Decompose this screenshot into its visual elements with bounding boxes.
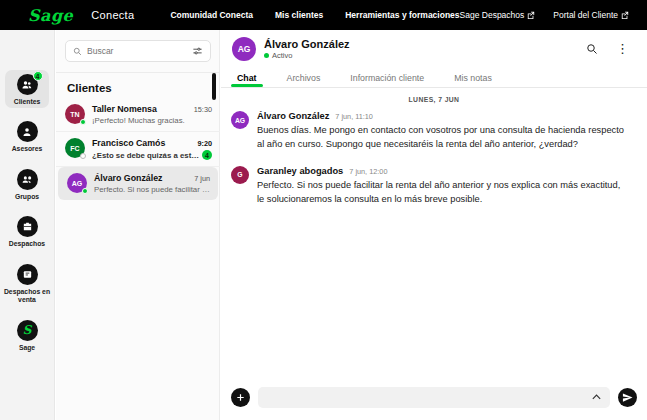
message: G Garanley abogados 7 jun, 12:00 Perfect… xyxy=(221,166,647,207)
sale-icon xyxy=(17,264,38,285)
message-avatar: AG xyxy=(231,111,249,129)
rail-item-asesores[interactable]: Asesores xyxy=(5,117,49,155)
message-author: Garanley abogados xyxy=(257,166,343,176)
conversation-preview: ¡Perfecto! Muchas gracias. xyxy=(92,116,185,125)
send-button[interactable] xyxy=(618,388,637,407)
chat-tabs: Chat Archivos Información cliente Mis no… xyxy=(221,70,647,88)
chat-header: AG Álvaro González Activo xyxy=(232,37,350,61)
conversation-alvaro-gonzalez[interactable]: AG Álvaro González 7 jun Perfecto. Si no… xyxy=(58,167,218,200)
nav-herramientas-formaciones[interactable]: Herramientas y formaciones xyxy=(345,10,459,20)
conversation-taller-nomensa[interactable]: TN Taller Nomensa 15:30 ¡Perfecto! Mucha… xyxy=(56,98,220,132)
conversation-preview: ¿Esto se debe quizás a este formula... xyxy=(92,151,202,160)
chat-title: Álvaro González xyxy=(264,38,350,50)
chat-header-actions: ⋮ xyxy=(586,42,629,55)
search-icon xyxy=(73,47,82,56)
status-dot-online xyxy=(82,188,88,194)
status-dot-online xyxy=(80,119,86,125)
conversation-time: 15:30 xyxy=(194,105,212,114)
conversation-time: 9:20 xyxy=(197,139,212,148)
message: AG Álvaro González 7 jun, 11:10 Buenos d… xyxy=(221,111,647,152)
chevron-up-icon[interactable] xyxy=(591,393,602,401)
rail-label-sage: Sage xyxy=(19,344,35,352)
top-bar: Sage Conecta Comunidad Conecta Mis clien… xyxy=(0,0,647,30)
rail-item-despachos[interactable]: Despachos xyxy=(5,212,49,250)
advisors-icon xyxy=(17,121,38,142)
groups-icon xyxy=(17,169,38,190)
online-dot xyxy=(264,53,269,58)
filter-icon[interactable] xyxy=(192,46,203,57)
message-timestamp: 7 jun, 11:10 xyxy=(335,112,373,121)
rail-label-despachos-venta: Despachos en venta xyxy=(3,288,51,305)
message-author: Álvaro González xyxy=(257,111,329,121)
sage-logo[interactable]: Sage xyxy=(28,6,73,25)
link-portal-cliente[interactable]: Portal del Cliente xyxy=(553,10,629,20)
left-rail: 4 Clientes Asesores Grupos Despachos xyxy=(0,30,55,420)
conversation-name: Álvaro González xyxy=(94,173,162,183)
office-icon xyxy=(17,216,38,237)
avatar: TN xyxy=(65,104,85,124)
avatar: FC xyxy=(65,138,85,158)
tab-archivos[interactable]: Archivos xyxy=(287,70,321,87)
conversation-name: Francisco Camós xyxy=(92,138,165,148)
conversation-time: 7 jun xyxy=(194,174,210,183)
link-sage-despachos[interactable]: Sage Despachos xyxy=(460,10,536,20)
rail-label-grupos: Grupos xyxy=(15,193,39,201)
message-timestamp: 7 jun, 12:00 xyxy=(349,167,387,176)
external-link-icon xyxy=(527,11,535,19)
rail-label-clientes: Clientes xyxy=(14,98,40,106)
conversation-preview: Perfecto. Si nos puede facilitar la re..… xyxy=(94,185,210,194)
message-input-pill[interactable] xyxy=(258,387,610,408)
divider xyxy=(56,72,220,73)
nav-comunidad-conecta[interactable]: Comunidad Conecta xyxy=(170,10,253,20)
tab-chat[interactable]: Chat xyxy=(237,70,257,87)
kebab-menu-icon[interactable]: ⋮ xyxy=(616,42,629,55)
search-box[interactable] xyxy=(65,40,211,62)
top-links: Sage Despachos Portal del Cliente X xyxy=(460,5,647,25)
avatar: AG xyxy=(67,173,87,193)
rail-label-despachos: Despachos xyxy=(9,240,45,248)
plus-icon xyxy=(235,392,246,403)
search-chat-icon[interactable] xyxy=(586,43,598,55)
rail-item-clientes[interactable]: 4 Clientes xyxy=(5,70,49,108)
nav-mis-clientes[interactable]: Mis clientes xyxy=(275,10,323,20)
rail-item-sage[interactable]: S Sage xyxy=(5,316,49,354)
message-composer xyxy=(231,386,637,408)
clients-badge: 4 xyxy=(33,71,43,81)
conversation-francisco-camos[interactable]: FC Francisco Camós 9:20 ¿Esto se debe qu… xyxy=(56,132,220,167)
product-name: Conecta xyxy=(91,9,134,21)
status-dot-offline xyxy=(80,153,86,159)
chat-status: Activo xyxy=(264,51,350,60)
rail-item-despachos-venta[interactable]: Despachos en venta xyxy=(0,260,54,307)
conversation-panel: Clientes TN Taller Nomensa 15:30 ¡Perfec… xyxy=(56,30,220,420)
message-text: Perfecto. Si nos puede facilitar la rent… xyxy=(257,179,629,207)
top-nav: Comunidad Conecta Mis clientes Herramien… xyxy=(170,10,459,20)
tab-informacion-cliente[interactable]: Información cliente xyxy=(350,70,424,87)
messages-area: LUNES, 7 JUN AG Álvaro González 7 jun, 1… xyxy=(221,92,647,221)
unread-badge: 4 xyxy=(202,150,212,160)
conversation-list: TN Taller Nomensa 15:30 ¡Perfecto! Mucha… xyxy=(56,98,220,200)
date-divider: LUNES, 7 JUN xyxy=(221,96,647,103)
message-avatar: G xyxy=(231,166,249,184)
rail-label-asesores: Asesores xyxy=(12,145,43,153)
conversation-name: Taller Nomensa xyxy=(92,104,157,114)
external-link-icon xyxy=(621,11,629,19)
scrollbar-thumb[interactable] xyxy=(212,73,216,100)
chat-avatar: AG xyxy=(232,37,256,61)
search-input[interactable] xyxy=(87,46,187,56)
send-icon xyxy=(622,392,633,403)
chat-panel: AG Álvaro González Activo ⋮ Chat Archivo… xyxy=(221,30,647,420)
message-input[interactable] xyxy=(266,392,591,402)
app-window: Sage Conecta Comunidad Conecta Mis clien… xyxy=(0,0,647,420)
message-text: Buenos días. Me pongo en contacto con vo… xyxy=(257,124,629,152)
attach-button[interactable] xyxy=(231,388,250,407)
rail-item-grupos[interactable]: Grupos xyxy=(5,165,49,203)
sage-icon: S xyxy=(17,320,38,341)
tab-mis-notas[interactable]: Mis notas xyxy=(454,70,492,87)
list-heading: Clientes xyxy=(67,82,112,94)
